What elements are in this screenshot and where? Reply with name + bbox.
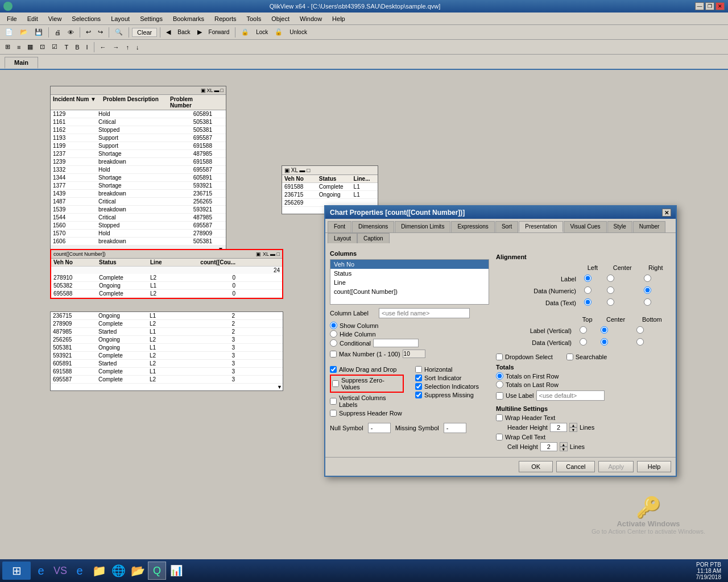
wrap-header-checkbox[interactable] <box>496 414 503 421</box>
vert-label-bottom[interactable] <box>634 325 670 336</box>
column-label-input[interactable] <box>379 308 470 318</box>
forward-button[interactable]: ▶ <box>195 27 205 38</box>
suppress-zero-checkbox[interactable] <box>332 380 339 387</box>
tool3[interactable]: ▦ <box>24 41 36 53</box>
dtab-font[interactable]: Font <box>328 221 351 232</box>
conditional-input[interactable] <box>373 339 419 347</box>
wrap-cell-checkbox[interactable] <box>496 434 503 440</box>
tool8[interactable]: I <box>84 41 91 53</box>
taskbar-qv[interactable]: Q <box>148 562 166 580</box>
max-number-input[interactable] <box>403 350 425 358</box>
show-column-radio[interactable]: Show Column <box>330 322 489 329</box>
tool12[interactable]: ↓ <box>133 41 142 53</box>
columns-list[interactable]: Veh NoStatusLinecount([Count Number]) <box>330 259 489 305</box>
lock-button[interactable]: 🔒 <box>238 27 252 38</box>
menu-help[interactable]: Help <box>328 14 350 23</box>
vert-label-center[interactable] <box>598 325 632 336</box>
horizontal-checkbox[interactable] <box>415 366 422 373</box>
dtab-expressions[interactable]: Expressions <box>451 221 494 232</box>
apply-button[interactable]: Apply <box>598 461 634 472</box>
searchable-checkbox[interactable] <box>566 354 573 360</box>
sort-indicator-checkbox[interactable] <box>415 375 422 381</box>
undo-button[interactable]: ↩ <box>83 27 94 38</box>
align-numeric-center[interactable] <box>605 285 640 296</box>
align-text-left[interactable] <box>582 297 603 308</box>
search-button[interactable]: 🔍 <box>112 27 126 38</box>
menu-window[interactable]: Window <box>295 14 326 23</box>
tool10[interactable]: → <box>110 41 122 53</box>
align-numeric-right[interactable] <box>642 285 670 296</box>
conditional-radio[interactable]: Conditional <box>330 339 489 347</box>
dtab-style[interactable]: Style <box>607 221 632 232</box>
menu-settings[interactable]: Settings <box>135 14 167 23</box>
close-button[interactable]: ✕ <box>715 2 725 10</box>
suppress-header-checkbox[interactable] <box>330 410 337 417</box>
ok-button[interactable]: OK <box>519 461 553 472</box>
tool7[interactable]: B <box>72 41 82 53</box>
menu-file[interactable]: File <box>2 14 22 23</box>
unlock-button[interactable]: 🔓 <box>272 27 286 38</box>
use-label-checkbox[interactable] <box>496 392 503 400</box>
open-button[interactable]: 📂 <box>17 27 31 38</box>
cancel-button[interactable]: Cancel <box>556 461 595 472</box>
taskbar-extra[interactable]: 📊 <box>167 562 185 580</box>
taskbar-start[interactable]: ⊞ <box>2 562 31 580</box>
save-button[interactable]: 💾 <box>32 27 46 38</box>
suppress-missing-checkbox[interactable] <box>415 392 422 398</box>
tool5[interactable]: ☑ <box>49 41 60 53</box>
hide-column-radio-input[interactable] <box>330 330 337 338</box>
header-height-down[interactable]: ▼ <box>569 427 577 432</box>
tool1[interactable]: ⊞ <box>2 41 13 53</box>
dtab-layout[interactable]: Layout <box>328 233 357 243</box>
dtab-presentation[interactable]: Presentation <box>519 221 563 232</box>
vert-label-top[interactable] <box>577 325 597 336</box>
tool11[interactable]: ↑ <box>123 41 133 53</box>
print-button[interactable]: 🖨 <box>52 27 64 38</box>
missing-symbol-input[interactable] <box>444 423 466 433</box>
maximize-button[interactable]: ❐ <box>705 2 714 10</box>
clear-button[interactable]: Clear <box>132 28 157 37</box>
back-button[interactable]: ◀ <box>163 27 173 38</box>
dropdown-select-checkbox[interactable] <box>496 354 503 360</box>
dtab-caption[interactable]: Caption <box>357 233 389 243</box>
align-label-right[interactable] <box>642 273 670 284</box>
align-label-center[interactable] <box>605 273 640 284</box>
align-label-left[interactable] <box>582 273 603 284</box>
menu-object[interactable]: Object <box>267 14 294 23</box>
menu-edit[interactable]: Edit <box>23 14 43 23</box>
cell-height-spinner[interactable]: ▲ ▼ <box>560 442 568 451</box>
column-list-item[interactable]: count([Count Number]) <box>330 287 489 296</box>
new-button[interactable]: 📄 <box>2 27 16 38</box>
use-label-input[interactable] <box>536 390 605 401</box>
menu-selections[interactable]: Selections <box>67 14 105 23</box>
menu-reports[interactable]: Reports <box>210 14 241 23</box>
preview-button[interactable]: 👁 <box>65 27 77 38</box>
taskbar-ie[interactable]: e <box>32 562 50 580</box>
show-column-radio-input[interactable] <box>330 322 337 329</box>
taskbar-ie2[interactable]: e <box>71 562 89 580</box>
tool6[interactable]: T <box>61 41 71 53</box>
taskbar-vs[interactable]: VS <box>51 562 69 580</box>
column-list-item[interactable]: Veh No <box>330 260 489 269</box>
align-numeric-left[interactable] <box>582 285 603 296</box>
tool9[interactable]: ← <box>97 41 109 53</box>
cell-height-up[interactable]: ▲ <box>560 442 568 447</box>
cell-height-input[interactable] <box>540 442 557 451</box>
taskbar-chrome[interactable]: 🌐 <box>109 562 127 580</box>
tool2[interactable]: ≡ <box>14 41 23 53</box>
redo-button[interactable]: ↪ <box>95 27 106 38</box>
allow-drag-drop-checkbox[interactable] <box>330 366 337 373</box>
dtab-number[interactable]: Number <box>633 221 666 232</box>
header-height-up[interactable]: ▲ <box>569 423 577 427</box>
taskbar-files[interactable]: 📂 <box>129 562 147 580</box>
menu-view[interactable]: View <box>44 14 67 23</box>
dtab-dimensions[interactable]: Dimensions <box>352 221 394 232</box>
menu-bookmarks[interactable]: Bookmarks <box>168 14 209 23</box>
vert-data-bottom[interactable] <box>634 337 670 348</box>
vert-data-center[interactable] <box>598 337 632 348</box>
dtab-visual-cues[interactable]: Visual Cues <box>564 221 606 232</box>
header-height-spinner[interactable]: ▲ ▼ <box>569 423 577 432</box>
cell-height-down[interactable]: ▼ <box>560 447 568 451</box>
max-number-checkbox[interactable] <box>330 351 337 357</box>
taskbar-explorer[interactable]: 📁 <box>90 562 108 580</box>
